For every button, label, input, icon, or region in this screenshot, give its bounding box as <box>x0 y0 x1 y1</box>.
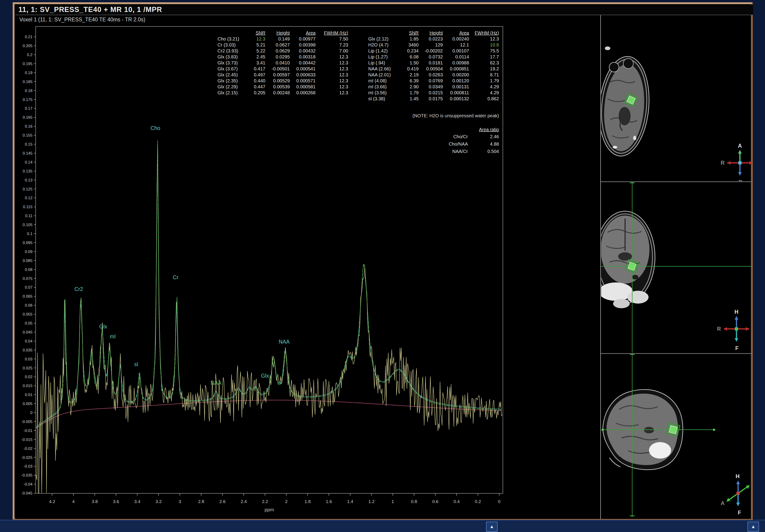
axial-viewport[interactable]: A P R L <box>601 47 752 185</box>
y-tick-label: 0.115 <box>23 205 32 209</box>
ratio-row: NAA/Cr0.504 <box>368 148 499 155</box>
peak-label-cr2: Cr2 <box>75 286 83 292</box>
x-tick-label: 2.6 <box>219 499 225 504</box>
snr-value: 0.419 <box>401 66 418 72</box>
height-value: 0.00248 <box>265 90 290 96</box>
height-value: 0.0223 <box>418 36 443 42</box>
metabolite-label: Glx (3.67) <box>218 66 245 72</box>
sagittal-orientation-widget: H F A P <box>721 473 752 516</box>
area-value: 0.000811 <box>443 90 469 96</box>
reference-line-endpoint-right[interactable] <box>713 429 715 431</box>
height-value: 0.0627 <box>265 42 290 48</box>
y-tick-label: 0.17 <box>25 106 32 111</box>
bottom-scrollbar[interactable]: ▲ ▲ <box>0 520 765 532</box>
snr-value: 2.19 <box>401 72 418 78</box>
y-tick-label: 0.015 <box>23 384 32 388</box>
area-value: 0.00107 <box>443 48 469 54</box>
coronal-orientation-widget: H F R L <box>717 309 752 351</box>
x-tick-label: 1.2 <box>369 499 375 504</box>
height-value: 0.0263 <box>418 72 443 78</box>
ratio-label: NAA/Cr <box>368 148 468 155</box>
height-value: 129 <box>418 42 443 48</box>
snr-value: 3.41 <box>245 60 265 66</box>
column-header: Height <box>265 30 290 36</box>
fit-spectrum-trace <box>36 141 502 427</box>
x-tick-label: 3 <box>179 499 181 504</box>
snr-value: 0.234 <box>401 48 418 54</box>
ratio-value: 0.504 <box>468 148 499 155</box>
y-tick-label: -0.035 <box>21 473 32 477</box>
area-value: 0.0114 <box>443 54 469 60</box>
y-tick-label: 0.145 <box>23 151 32 155</box>
metabolite-row: Lip (1.27)6.080.07320.011417.7 <box>368 54 499 60</box>
metabolite-label: Glx (2.45) <box>218 72 245 78</box>
metabolite-label: Glx (2.15) <box>218 90 245 96</box>
scroll-up-button-left[interactable]: ▲ <box>486 522 497 532</box>
y-tick-label: 0.15 <box>25 142 32 146</box>
height-value: 0.0349 <box>418 84 443 90</box>
header-spacer <box>368 30 401 36</box>
peak-label-si: sI <box>134 361 138 367</box>
x-tick-label: 3.4 <box>134 499 140 504</box>
metabolite-row: NAA (2.66)0.4190.005040.00085119.2 <box>368 66 499 72</box>
window-title: 11, 1: SV_PRESS_TE40 + MR 10, 1 /MPR <box>18 6 162 14</box>
metabolite-row: Glx (2.15)0.2050.002480.00026812.3 <box>218 90 348 96</box>
x-tick-label: 0.8 <box>411 499 417 504</box>
y-tick-label: 0.13 <box>25 178 32 182</box>
x-tick-label: 1.6 <box>326 499 332 504</box>
y-tick-label: 0.05 <box>25 321 32 326</box>
ratio-value: 2.46 <box>468 133 499 140</box>
ratio-row: Cho/Cr2.46 <box>368 133 499 140</box>
scroll-up-button-right[interactable]: ▲ <box>748 522 759 532</box>
axial-label-left: R <box>721 159 724 166</box>
fwhm-value: 19.2 <box>469 66 499 72</box>
x-tick-label: 2.2 <box>262 499 268 504</box>
area-ratio-table: Area ratio Cho/Cr2.46Cho/NAA4.88NAA/Cr0.… <box>368 126 499 155</box>
metabolite-label: Glx (2.29) <box>218 84 245 90</box>
height-value: 0.0175 <box>418 96 443 102</box>
y-tick-label: 0.04 <box>25 339 32 343</box>
height-value: 0.00529 <box>265 78 290 84</box>
fwhm-value: 8.71 <box>469 72 499 78</box>
area-value: 0.00977 <box>290 36 316 42</box>
area-ratio-header: Area ratio <box>368 126 499 133</box>
metabolite-label: NAA (2.01) <box>368 72 401 78</box>
up-arrow-icon: ▲ <box>751 524 756 529</box>
peak-label-cho: Cho <box>151 125 160 131</box>
x-tick-label: 3.6 <box>113 499 119 504</box>
y-tick-label: 0.01 <box>25 393 32 397</box>
column-header: SNR <box>245 30 265 36</box>
column-header: FWHM (Hz) <box>469 30 499 36</box>
metabolite-label: Lip (1.27) <box>368 54 401 60</box>
reference-line-endpoint-left[interactable] <box>602 429 604 431</box>
snr-value: 6.39 <box>401 78 418 84</box>
metabolite-row: Glx (3.73)3.410.04100.0044212.3 <box>218 60 348 66</box>
area-value: 0.000132 <box>443 96 469 102</box>
x-tick-label: 4.2 <box>49 499 55 504</box>
area-value: 0.000571 <box>290 78 316 84</box>
area-value: 0.00432 <box>290 48 316 54</box>
height-value: -0.00202 <box>418 48 443 54</box>
up-arrow-icon: ▲ <box>489 524 494 529</box>
metabolite-label: mI (3.66) <box>368 84 401 90</box>
x-tick-label: 1 <box>391 499 394 504</box>
area-value: 0.00131 <box>443 84 469 90</box>
metabolite-label: mI (4.08) <box>368 78 401 84</box>
fwhm-value: 12.3 <box>316 66 348 72</box>
snr-value: 0.447 <box>245 84 265 90</box>
y-tick-label: -0.025 <box>21 455 32 460</box>
metabolite-table-right: SNRHeightAreaFWHM (Hz)Glx (2.12)1.850.02… <box>368 30 499 102</box>
metabolite-row: Glx (2.12)1.850.02230.0024012.3 <box>368 36 499 42</box>
ratio-row: Cho/NAA4.88 <box>368 140 499 148</box>
height-value: 0.0769 <box>418 78 443 84</box>
coronal-viewport[interactable]: H F R L <box>601 182 752 353</box>
column-header: Height <box>418 30 443 36</box>
height-value: 0.149 <box>265 36 290 42</box>
y-tick-label: -0.045 <box>21 491 32 495</box>
metabolite-row: Cho (3.21)12.30.1490.009777.50 <box>218 36 348 42</box>
coronal-label-left: R <box>717 326 721 332</box>
metabolite-row: Glx (2.29)0.4470.005390.00058112.3 <box>218 84 348 90</box>
sagittal-viewport[interactable]: H F A P <box>602 354 752 517</box>
height-value: 0.0732 <box>418 54 443 60</box>
sagittal-voxel-marker[interactable] <box>666 423 680 436</box>
